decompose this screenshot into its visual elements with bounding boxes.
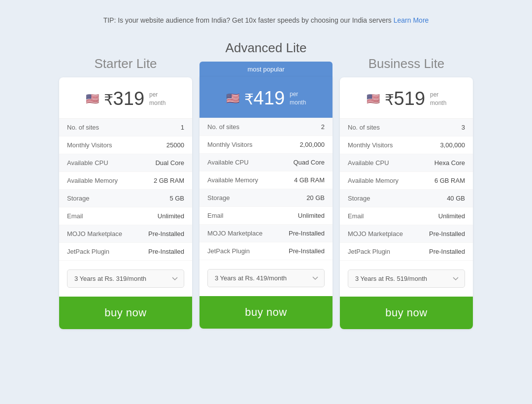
table-row: Available Memory 4 GB RAM — [200, 171, 332, 189]
table-row: Available CPU Quad Core — [200, 154, 332, 171]
table-row: Storage 20 GB — [200, 189, 332, 207]
table-row: Email Unlimited — [340, 207, 473, 225]
table-row: JetPack Plugin Pre-Installed — [340, 243, 473, 261]
business-buy-button[interactable]: buy now — [340, 297, 473, 329]
tip-text: TIP: Is your website audience from India… — [103, 16, 394, 24]
table-row: Monthly Visitors 2,00,000 — [200, 136, 332, 154]
advanced-price-section: 🇺🇸 ₹419 per month — [200, 77, 332, 118]
table-row: Available Memory 2 GB RAM — [59, 172, 192, 190]
starter-flag: 🇺🇸 — [86, 93, 99, 105]
learn-more-link[interactable]: Learn More — [394, 16, 429, 24]
starter-title: Starter Lite — [94, 56, 157, 71]
starter-features: No. of sites 1 Monthly Visitors 25000 Av… — [59, 119, 192, 261]
business-title: Business Lite — [368, 56, 445, 71]
advanced-price: ₹419 — [244, 88, 285, 109]
starter-per-month: per month — [149, 91, 166, 107]
business-flag: 🇺🇸 — [366, 93, 380, 105]
table-row: MOJO Marketplace Pre-Installed — [59, 225, 192, 243]
table-row: No. of sites 3 — [340, 119, 473, 136]
advanced-title: Advanced Lite — [226, 40, 307, 56]
table-row: MOJO Marketplace Pre-Installed — [340, 225, 473, 243]
starter-price: ₹319 — [104, 88, 144, 109]
most-popular-badge: most popular — [200, 62, 332, 77]
business-features: No. of sites 3 Monthly Visitors 3,00,000… — [340, 119, 473, 261]
advanced-per-month: per month — [290, 90, 306, 107]
table-row: Monthly Visitors 3,00,000 — [340, 136, 473, 154]
starter-price-section: 🇺🇸 ₹319 per month — [59, 77, 192, 119]
plan-starter: Starter Lite 🇺🇸 ₹319 per month No. of si… — [59, 40, 192, 329]
starter-buy-button[interactable]: buy now — [59, 297, 192, 329]
table-row: Available CPU Dual Core — [59, 154, 192, 172]
table-row: Available CPU Hexa Core — [340, 154, 473, 172]
table-row: Email Unlimited — [200, 207, 332, 225]
table-row: JetPack Plugin Pre-Installed — [59, 243, 192, 261]
starter-dropdown-section: 3 Years at Rs. 319/month — [59, 261, 192, 297]
plan-advanced: Advanced Lite most popular 🇺🇸 ₹419 per m… — [200, 40, 332, 329]
plans-container: Starter Lite 🇺🇸 ₹319 per month No. of si… — [30, 40, 502, 329]
advanced-duration-select[interactable]: 3 Years at Rs. 419/month — [207, 269, 325, 287]
business-dropdown-section: 3 Years at Rs. 519/month — [340, 261, 473, 297]
plan-business: Business Lite 🇺🇸 ₹519 per month No. of s… — [340, 40, 473, 329]
tip-banner: TIP: Is your website audience from India… — [103, 15, 429, 26]
advanced-flag: 🇺🇸 — [226, 92, 239, 105]
table-row: Email Unlimited — [59, 207, 192, 225]
business-price: ₹519 — [385, 88, 425, 109]
advanced-features: No. of sites 2 Monthly Visitors 2,00,000… — [200, 118, 332, 260]
table-row: JetPack Plugin Pre-Installed — [200, 242, 332, 260]
business-duration-select[interactable]: 3 Years at Rs. 519/month — [348, 269, 465, 288]
table-row: No. of sites 1 — [59, 119, 192, 136]
table-row: Storage 40 GB — [340, 190, 473, 207]
table-row: MOJO Marketplace Pre-Installed — [200, 225, 332, 242]
business-price-section: 🇺🇸 ₹519 per month — [340, 77, 473, 119]
table-row: No. of sites 2 — [200, 118, 332, 136]
advanced-dropdown-section: 3 Years at Rs. 419/month — [200, 260, 332, 296]
business-per-month: per month — [430, 91, 446, 107]
starter-duration-select[interactable]: 3 Years at Rs. 319/month — [67, 269, 184, 288]
advanced-buy-button[interactable]: buy now — [200, 296, 332, 329]
business-card: 🇺🇸 ₹519 per month No. of sites 3 Monthly… — [340, 77, 473, 329]
table-row: Storage 5 GB — [59, 190, 192, 207]
table-row: Available Memory 6 GB RAM — [340, 172, 473, 190]
starter-card: 🇺🇸 ₹319 per month No. of sites 1 Monthly… — [59, 77, 192, 329]
table-row: Monthly Visitors 25000 — [59, 136, 192, 154]
advanced-card: 🇺🇸 ₹419 per month No. of sites 2 Monthly… — [200, 77, 332, 329]
